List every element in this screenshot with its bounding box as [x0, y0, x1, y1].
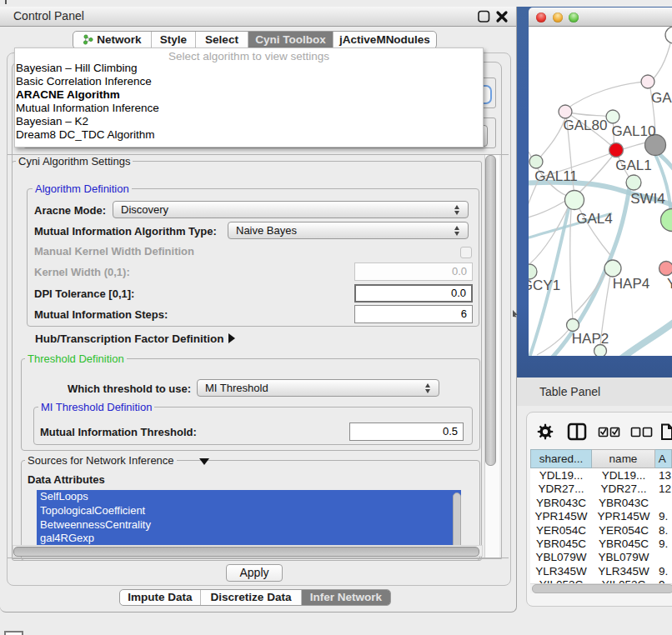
svg-text:SWI4: SWI4	[630, 191, 665, 207]
svg-text:HAP2: HAP2	[572, 331, 609, 347]
svg-text:GAL10: GAL10	[612, 123, 656, 139]
svg-text:GAL11: GAL11	[534, 168, 578, 184]
svg-text:GAL4: GAL4	[576, 211, 612, 227]
svg-text:GCY1: GCY1	[529, 278, 560, 293]
svg-text:HAP4: HAP4	[613, 276, 649, 292]
svg-text:GAL80: GAL80	[564, 118, 608, 133]
svg-text:GAL1: GAL1	[615, 158, 651, 173]
svg-text:GAL2: GAL2	[651, 90, 672, 106]
svg-text:YJL: YJL	[667, 276, 672, 292]
